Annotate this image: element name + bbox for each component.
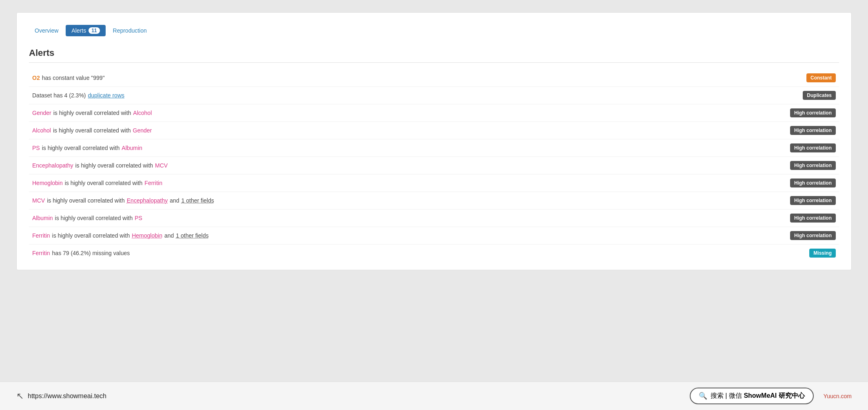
section-title: Alerts: [29, 48, 839, 63]
footer-url: https://www.showmeai.tech: [28, 392, 106, 400]
alert-badge-duplicates: Duplicates: [803, 91, 836, 100]
alert-badge-high-correlation: High correlation: [790, 231, 836, 240]
field-name-underline[interactable]: Hemoglobin: [132, 232, 162, 239]
card: Overview Alerts 11 Reproduction Alerts O…: [16, 12, 852, 270]
footer: ↖ https://www.showmeai.tech 🔍 搜索 | 微信 Sh…: [0, 381, 868, 410]
field-name: Gender: [32, 110, 51, 116]
alert-plain-text: is highly overall correlated with: [52, 232, 130, 239]
alert-row: Encephalopathy is highly overall correla…: [29, 157, 839, 174]
alert-badge-high-correlation: High correlation: [790, 214, 836, 223]
alert-row: O2 has constant value "999"Constant: [29, 69, 839, 87]
alert-plain-text: has 79 (46.2%) missing values: [52, 250, 130, 256]
field-name: MCV: [155, 162, 168, 169]
tab-alerts[interactable]: Alerts 11: [66, 25, 105, 36]
footer-right-group: 🔍 搜索 | 微信 ShowMeAI 研究中心 Yuucn.com: [690, 388, 852, 404]
alert-row: Alcohol is highly overall correlated wit…: [29, 122, 839, 139]
alerts-list: O2 has constant value "999"ConstantDatas…: [29, 69, 839, 262]
alert-text-6: Encephalopathy is highly overall correla…: [32, 162, 168, 169]
alert-row: Ferritin has 79 (46.2%) missing valuesMi…: [29, 245, 839, 262]
alert-plain-text: is highly overall correlated with: [47, 197, 125, 204]
alert-plain-text: and: [170, 197, 179, 204]
alert-plain-text: is highly overall correlated with: [53, 110, 131, 116]
alert-text-10: Ferritin is highly overall correlated wi…: [32, 232, 208, 239]
field-name: Gender: [133, 127, 152, 134]
field-name: MCV: [32, 197, 45, 204]
tab-reproduction[interactable]: Reproduction: [107, 25, 153, 36]
alert-text-3: Gender is highly overall correlated with…: [32, 110, 152, 116]
alert-badge-missing: Missing: [809, 249, 836, 258]
alert-row: MCV is highly overall correlated with En…: [29, 192, 839, 209]
alert-row: Albumin is highly overall correlated wit…: [29, 209, 839, 227]
duplicate-rows-link[interactable]: duplicate rows: [88, 92, 125, 99]
field-name: Hemoglobin: [32, 180, 63, 186]
field-name-underline[interactable]: Encephalopathy: [127, 197, 168, 204]
alert-plain-text: and: [164, 232, 174, 239]
main-container: Overview Alerts 11 Reproduction Alerts O…: [0, 0, 868, 381]
alert-badge-high-correlation: High correlation: [790, 126, 836, 135]
field-name: Alcohol: [133, 110, 152, 116]
alert-plain-text: Dataset has 4 (2.3%): [32, 92, 86, 99]
alert-badge-constant: Constant: [806, 73, 836, 82]
alert-plain-text: is highly overall correlated with: [75, 162, 153, 169]
alert-badge-high-correlation: High correlation: [790, 179, 836, 187]
alert-plain-text: is highly overall correlated with: [55, 215, 133, 221]
cursor-icon: ↖: [16, 391, 24, 401]
tab-overview[interactable]: Overview: [29, 25, 64, 36]
alert-badge-high-correlation: High correlation: [790, 161, 836, 170]
alert-plain-text: has constant value "999": [42, 75, 105, 81]
field-name: PS: [135, 215, 142, 221]
footer-search-box[interactable]: 🔍 搜索 | 微信 ShowMeAI 研究中心: [690, 388, 814, 404]
alert-text-8: MCV is highly overall correlated with En…: [32, 197, 214, 204]
alert-badge-high-correlation: High correlation: [790, 143, 836, 152]
alert-text-7: Hemoglobin is highly overall correlated …: [32, 180, 162, 186]
alert-text-4: Alcohol is highly overall correlated wit…: [32, 127, 152, 134]
alert-text-2: Dataset has 4 (2.3%) duplicate rows: [32, 92, 124, 99]
alert-text-1: O2 has constant value "999": [32, 75, 105, 81]
alert-row: Hemoglobin is highly overall correlated …: [29, 174, 839, 192]
tabs: Overview Alerts 11 Reproduction: [29, 25, 839, 36]
search-icon: 🔍: [699, 392, 707, 400]
alert-badge-high-correlation: High correlation: [790, 108, 836, 117]
alert-badge-high-correlation: High correlation: [790, 196, 836, 205]
other-fields-link[interactable]: 1 other fields: [176, 232, 208, 239]
alert-row: Dataset has 4 (2.3%) duplicate rowsDupli…: [29, 87, 839, 104]
alert-row: Gender is highly overall correlated with…: [29, 104, 839, 122]
alert-row: PS is highly overall correlated with Alb…: [29, 139, 839, 157]
yuucn-label: Yuucn.com: [824, 393, 852, 399]
alert-plain-text: is highly overall correlated with: [53, 127, 131, 134]
alert-text-9: Albumin is highly overall correlated wit…: [32, 215, 142, 221]
field-name: Alcohol: [32, 127, 51, 134]
alert-plain-text: is highly overall correlated with: [65, 180, 143, 186]
footer-search-label: 搜索 | 微信 ShowMeAI 研究中心: [711, 392, 805, 400]
alert-text-11: Ferritin has 79 (46.2%) missing values: [32, 250, 130, 256]
alerts-count-badge: 11: [89, 27, 100, 34]
alert-row: Ferritin is highly overall correlated wi…: [29, 227, 839, 245]
field-name: Ferritin: [32, 232, 50, 239]
alert-plain-text: is highly overall correlated with: [42, 145, 120, 151]
field-name: Encephalopathy: [32, 162, 73, 169]
field-name: Albumin: [32, 215, 53, 221]
field-name: Albumin: [122, 145, 142, 151]
field-name: PS: [32, 145, 40, 151]
field-name-o2: O2: [32, 75, 40, 81]
field-name: Ferritin: [32, 250, 50, 256]
other-fields-link[interactable]: 1 other fields: [182, 197, 214, 204]
footer-left: ↖ https://www.showmeai.tech: [16, 391, 106, 401]
field-name: Ferritin: [144, 180, 162, 186]
alert-text-5: PS is highly overall correlated with Alb…: [32, 145, 142, 151]
